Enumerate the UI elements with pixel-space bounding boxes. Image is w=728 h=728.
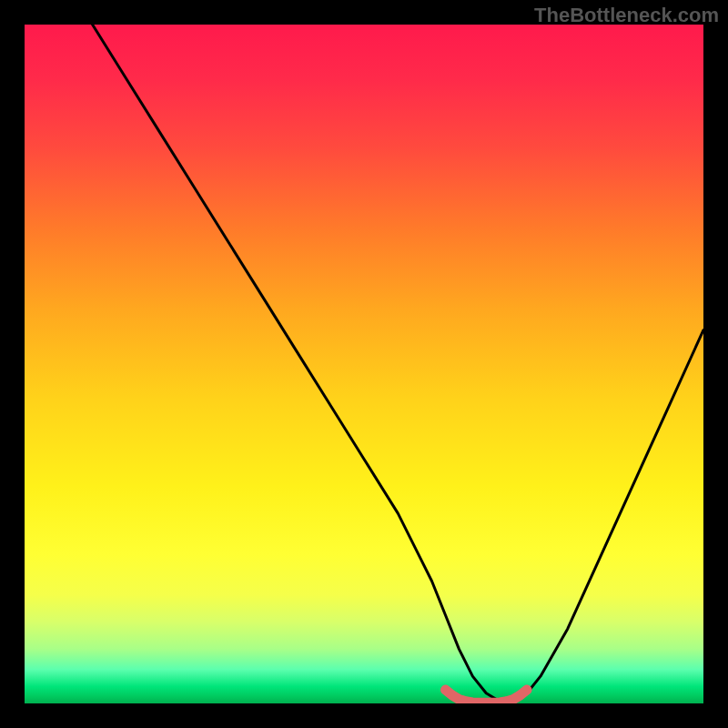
- chart-container: TheBottleneck.com: [0, 0, 728, 728]
- chart-svg: [25, 25, 703, 703]
- watermark-text: TheBottleneck.com: [534, 4, 719, 27]
- plot-area: [25, 25, 703, 703]
- series-curve: [93, 25, 703, 702]
